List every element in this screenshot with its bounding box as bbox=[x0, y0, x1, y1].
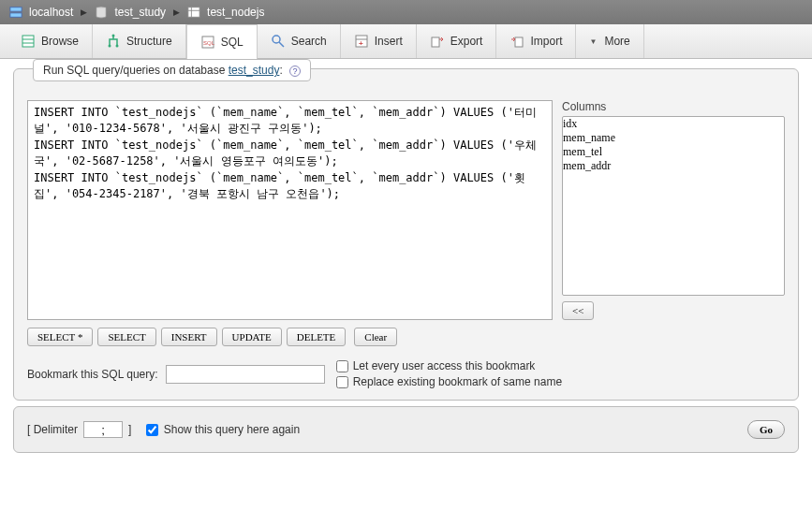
replace-bookmark-label[interactable]: Replace existing bookmark of same name bbox=[336, 375, 562, 388]
svg-point-10 bbox=[109, 45, 111, 48]
svg-line-15 bbox=[279, 42, 284, 47]
svg-rect-20 bbox=[515, 37, 523, 47]
delimiter-input[interactable] bbox=[83, 421, 123, 438]
database-icon bbox=[95, 6, 108, 19]
breadcrumb-host[interactable]: localhost bbox=[29, 6, 73, 19]
select-star-button[interactable]: SELECT * bbox=[27, 328, 93, 346]
tab-label: Structure bbox=[126, 35, 172, 48]
svg-rect-1 bbox=[10, 13, 22, 17]
breadcrumb-table[interactable]: test_nodejs bbox=[207, 6, 264, 19]
show-again-checkbox[interactable] bbox=[146, 424, 158, 436]
bookmark-input[interactable] bbox=[166, 365, 325, 384]
delimiter-close: ] bbox=[128, 423, 131, 436]
chevron-down-icon: ▼ bbox=[589, 37, 597, 46]
svg-point-11 bbox=[116, 45, 119, 48]
panel-title-suffix: : bbox=[279, 64, 282, 77]
svg-rect-6 bbox=[22, 36, 34, 47]
bookmark-label: Bookmark this SQL query: bbox=[27, 368, 158, 381]
export-icon bbox=[430, 34, 445, 49]
public-bookmark-checkbox[interactable] bbox=[336, 360, 348, 372]
select-button[interactable]: SELECT bbox=[97, 328, 155, 346]
breadcrumb-separator: ▶ bbox=[173, 7, 180, 17]
tab-label: Insert bbox=[375, 35, 403, 48]
add-column-button[interactable]: << bbox=[562, 301, 594, 320]
insert-icon: + bbox=[354, 34, 369, 49]
tab-search[interactable]: Search bbox=[258, 24, 341, 58]
browse-icon bbox=[21, 34, 36, 49]
svg-text:+: + bbox=[359, 39, 363, 48]
tab-label: Export bbox=[450, 35, 483, 48]
column-option[interactable]: mem_name bbox=[563, 131, 784, 145]
delete-button[interactable]: DELETE bbox=[287, 328, 347, 346]
tab-browse[interactable]: Browse bbox=[7, 24, 93, 58]
replace-bookmark-checkbox[interactable] bbox=[336, 376, 348, 388]
tab-import[interactable]: Import bbox=[496, 24, 576, 58]
tab-more[interactable]: ▼ More bbox=[576, 24, 643, 58]
update-button[interactable]: UPDATE bbox=[222, 328, 282, 346]
replace-bookmark-text: Replace existing bookmark of same name bbox=[353, 375, 562, 388]
tab-label: Import bbox=[530, 35, 562, 48]
public-bookmark-label[interactable]: Let every user access this bookmark bbox=[336, 359, 562, 372]
svg-rect-19 bbox=[432, 37, 439, 47]
column-option[interactable]: mem_tel bbox=[563, 145, 784, 159]
server-icon bbox=[9, 6, 22, 19]
tab-sql[interactable]: SQL SQL bbox=[186, 24, 258, 59]
breadcrumb-separator: ▶ bbox=[81, 7, 87, 17]
sql-panel: Run SQL query/queries on database test_s… bbox=[13, 68, 799, 401]
tab-label: More bbox=[604, 35, 629, 48]
table-icon bbox=[187, 6, 200, 19]
column-option[interactable]: mem_addr bbox=[563, 159, 784, 173]
structure-icon bbox=[106, 34, 121, 49]
tab-bar: Browse Structure SQL SQL Search + Insert… bbox=[0, 24, 812, 59]
breadcrumb: localhost ▶ test_study ▶ test_nodejs bbox=[0, 0, 812, 24]
import-icon bbox=[509, 34, 524, 49]
panel-title-db-link[interactable]: test_study bbox=[229, 64, 280, 77]
svg-point-14 bbox=[273, 36, 280, 43]
sql-query-input[interactable] bbox=[27, 100, 553, 320]
panel-title-prefix: Run SQL query/queries on database bbox=[43, 64, 229, 77]
svg-rect-0 bbox=[10, 7, 22, 11]
search-icon bbox=[271, 34, 286, 49]
svg-text:SQL: SQL bbox=[203, 40, 215, 46]
footer-panel: [ Delimiter ] Show this query here again… bbox=[13, 406, 799, 453]
tab-label: Browse bbox=[41, 35, 79, 48]
tab-label: Search bbox=[291, 35, 327, 48]
tab-structure[interactable]: Structure bbox=[93, 24, 186, 58]
tab-export[interactable]: Export bbox=[417, 24, 497, 58]
show-again-label: Show this query here again bbox=[164, 423, 300, 436]
svg-rect-3 bbox=[188, 7, 199, 18]
insert-button[interactable]: INSERT bbox=[161, 328, 217, 346]
clear-button[interactable]: Clear bbox=[354, 328, 397, 346]
breadcrumb-db[interactable]: test_study bbox=[114, 6, 166, 19]
go-button[interactable]: Go bbox=[747, 420, 785, 439]
columns-label: Columns bbox=[562, 100, 785, 113]
sql-icon: SQL bbox=[200, 35, 215, 50]
delimiter-open: [ Delimiter bbox=[27, 423, 78, 436]
tab-label: SQL bbox=[221, 36, 244, 49]
columns-list[interactable]: idxmem_namemem_telmem_addr bbox=[562, 116, 785, 296]
panel-title: Run SQL query/queries on database test_s… bbox=[33, 59, 311, 81]
help-icon[interactable]: ? bbox=[289, 66, 301, 77]
tab-insert[interactable]: + Insert bbox=[341, 24, 417, 58]
column-option[interactable]: idx bbox=[563, 117, 784, 131]
public-bookmark-text: Let every user access this bookmark bbox=[353, 359, 536, 372]
svg-point-9 bbox=[112, 35, 115, 37]
